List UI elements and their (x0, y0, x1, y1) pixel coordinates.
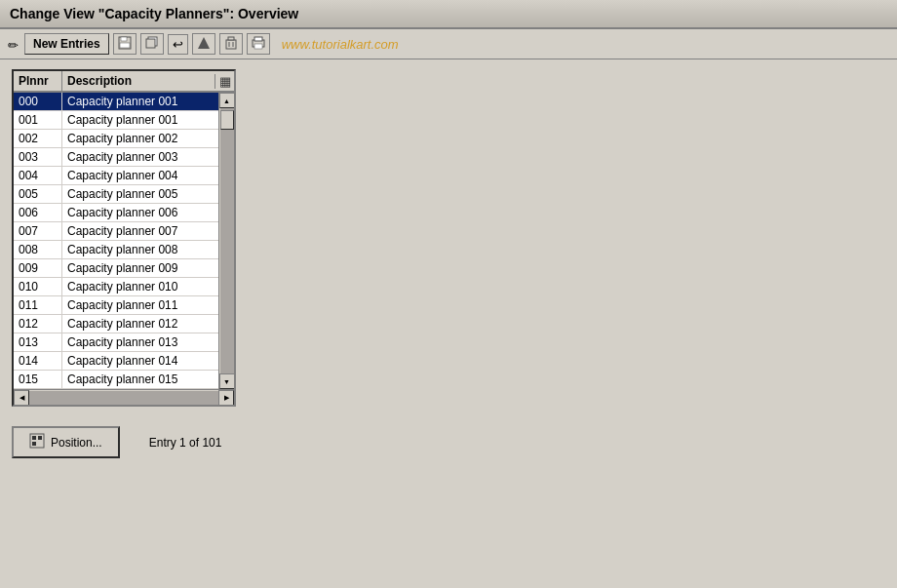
position-label: Position... (51, 436, 102, 450)
table-container: Plnnr Description 000Capacity planner 00… (12, 69, 236, 407)
table-row[interactable]: 014Capacity planner 014 (14, 352, 218, 371)
cell-plnnr: 001 (14, 111, 62, 129)
copy-icon (145, 36, 159, 52)
new-entries-button[interactable]: New Entries (24, 33, 109, 55)
cell-desc: Capacity planner 010 (62, 278, 218, 295)
table-row[interactable]: 011Capacity planner 011 (14, 296, 218, 315)
table-row[interactable]: 007Capacity planner 007 (14, 222, 218, 241)
scroll-thumb[interactable] (220, 110, 234, 130)
grid-icon (219, 74, 231, 89)
scroll-left-button[interactable] (14, 390, 29, 406)
arrow-right-icon (224, 393, 229, 402)
table-body-wrapper: 000Capacity planner 001001Capacity plann… (14, 93, 234, 389)
cell-desc: Capacity planner 007 (62, 222, 218, 240)
cell-desc: Capacity planner 001 (62, 111, 218, 129)
table-header: Plnnr Description (14, 71, 234, 93)
table-row[interactable]: 015Capacity planner 015 (14, 371, 218, 389)
table-row[interactable]: 005Capacity planner 005 (14, 185, 218, 204)
column-header-plnnr: Plnnr (14, 71, 62, 91)
table-row[interactable]: 001Capacity planner 001 (14, 111, 218, 130)
cell-plnnr: 008 (14, 241, 62, 258)
copy-button[interactable] (140, 33, 164, 55)
undo-button[interactable]: ↩ (168, 34, 188, 55)
table-row[interactable]: 002Capacity planner 002 (14, 130, 218, 148)
cell-desc: Capacity planner 008 (62, 241, 218, 258)
column-settings-icon[interactable] (214, 74, 234, 89)
cell-plnnr: 013 (14, 333, 62, 351)
cell-desc: Capacity planner 006 (62, 204, 218, 221)
svg-rect-14 (32, 436, 36, 440)
table-data: 000Capacity planner 001001Capacity plann… (14, 93, 218, 389)
column-header-desc: Description (62, 71, 214, 91)
cell-plnnr: 002 (14, 130, 62, 147)
title-bar: Change View "Capacity Planners": Overvie… (0, 0, 897, 29)
cell-desc: Capacity planner 013 (62, 333, 218, 351)
table-row[interactable]: 010Capacity planner 010 (14, 278, 218, 296)
cell-plnnr: 007 (14, 222, 62, 240)
entry-info: Entry 1 of 101 (149, 436, 222, 450)
arrow-down-icon (223, 377, 230, 386)
cell-desc: Capacity planner 004 (62, 167, 218, 184)
cell-desc: Capacity planner 014 (62, 352, 218, 370)
undo-icon: ↩ (173, 37, 183, 52)
table-row[interactable]: 004Capacity planner 004 (14, 167, 218, 185)
svg-rect-11 (254, 37, 262, 41)
delete-button[interactable] (219, 33, 243, 55)
cell-plnnr: 000 (14, 93, 62, 110)
cell-desc: Capacity planner 003 (62, 148, 218, 166)
page-title: Change View "Capacity Planners": Overvie… (10, 6, 298, 21)
svg-rect-16 (32, 442, 36, 446)
main-content: Plnnr Description 000Capacity planner 00… (0, 59, 897, 560)
table-row[interactable]: 006Capacity planner 006 (14, 204, 218, 222)
move-up-button[interactable] (192, 33, 215, 55)
table-row[interactable]: 009Capacity planner 009 (14, 259, 218, 278)
watermark-text: www.tutorialkart.com (282, 37, 399, 52)
svg-marker-5 (198, 37, 210, 49)
table-row[interactable]: 003Capacity planner 003 (14, 148, 218, 167)
cell-desc: Capacity planner 011 (62, 296, 218, 314)
move-up-icon (197, 36, 211, 52)
scroll-h-track (29, 391, 218, 405)
scroll-down-button[interactable] (219, 373, 235, 389)
new-entries-label: New Entries (33, 37, 100, 51)
cell-desc: Capacity planner 012 (62, 315, 218, 333)
pencil-icon (8, 36, 19, 53)
svg-rect-6 (226, 40, 236, 49)
cell-plnnr: 015 (14, 371, 62, 388)
scroll-up-button[interactable] (219, 93, 235, 108)
cell-plnnr: 011 (14, 296, 62, 314)
svg-rect-7 (228, 37, 234, 40)
arrow-up-icon (223, 97, 230, 105)
table-row[interactable]: 013Capacity planner 013 (14, 333, 218, 352)
horizontal-scrollbar[interactable] (14, 389, 234, 405)
table-row[interactable]: 012Capacity planner 012 (14, 315, 218, 333)
table-row[interactable]: 008Capacity planner 008 (14, 241, 218, 259)
cell-plnnr: 009 (14, 259, 62, 277)
cell-desc: Capacity planner 015 (62, 371, 218, 388)
position-icon (29, 433, 45, 451)
scroll-track (220, 108, 234, 373)
cell-plnnr: 014 (14, 352, 62, 370)
svg-rect-2 (120, 43, 130, 48)
cell-plnnr: 005 (14, 185, 62, 203)
print-icon (252, 36, 265, 52)
svg-rect-4 (146, 39, 155, 48)
scroll-right-button[interactable] (218, 390, 234, 406)
svg-rect-1 (121, 37, 127, 41)
save-button[interactable] (113, 33, 136, 55)
save-icon (118, 36, 132, 52)
cell-plnnr: 004 (14, 167, 62, 184)
cell-plnnr: 010 (14, 278, 62, 295)
svg-rect-15 (38, 436, 42, 440)
position-button[interactable]: Position... (12, 426, 120, 458)
toolbar: New Entries ↩ www.tutorialkart.com (0, 29, 897, 59)
delete-icon (224, 36, 238, 52)
cell-plnnr: 006 (14, 204, 62, 221)
bottom-area: Position... Entry 1 of 101 (12, 426, 885, 458)
table-row[interactable]: 000Capacity planner 001 (14, 93, 218, 111)
arrow-left-icon (20, 393, 24, 402)
cell-desc: Capacity planner 002 (62, 130, 218, 147)
print-button[interactable] (247, 33, 270, 55)
svg-rect-12 (254, 44, 262, 49)
vertical-scrollbar[interactable] (218, 93, 234, 389)
